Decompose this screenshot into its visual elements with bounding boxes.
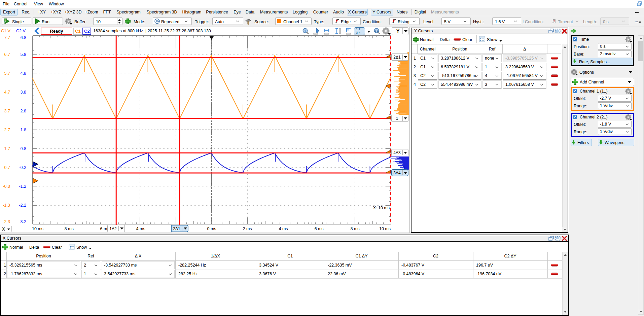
svg-text:1: 1 (4, 19, 6, 22)
